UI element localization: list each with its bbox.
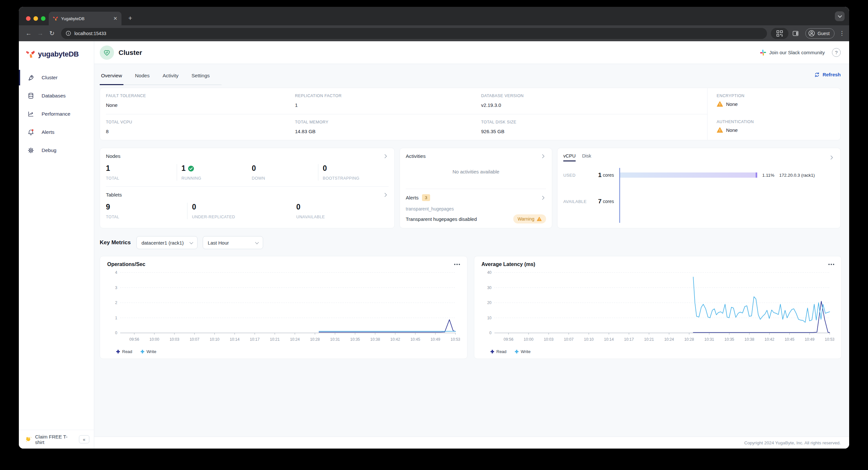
tablets-chevron-right-icon[interactable] [383, 192, 389, 198]
usage-chevron-right-icon[interactable] [829, 155, 835, 160]
sidebar-item-debug[interactable]: Debug [19, 141, 94, 159]
tab-settings[interactable]: Settings [190, 73, 211, 85]
stat-tablets-total: 9 TOTAL [106, 203, 187, 219]
maximize-window-button[interactable] [41, 16, 45, 21]
svg-text:10:49: 10:49 [805, 337, 814, 342]
used-node-address: 172.20.0.3 (rack1) [779, 173, 815, 178]
chart-legend: ReadWrite [107, 349, 460, 354]
tab-nodes[interactable]: Nodes [134, 73, 151, 85]
info-authentication: AUTHENTICATION None [708, 114, 840, 140]
stat-tablets-under-replicated: 0 UNDER-REPLICATED [187, 203, 292, 219]
info-total-disk-size: TOTAL DISK SIZE 926.35 GB [481, 114, 707, 140]
tab-vcpu[interactable]: vCPU [563, 153, 576, 161]
alert-description: Transparent hugepages disabled [406, 216, 477, 222]
svg-text:0: 0 [115, 331, 117, 335]
address-bar[interactable]: localhost:15433 [61, 28, 767, 39]
browser-tab-strip: YugabyteDB ✕ + [19, 7, 849, 25]
legend-item-write[interactable]: Write [141, 349, 156, 354]
region-select[interactable]: datacenter1 (rack1) [136, 236, 197, 249]
sidebar-collapse-button[interactable]: « [79, 435, 89, 443]
stat-nodes-running: 1 RUNNING [177, 164, 248, 181]
svg-text:10:24: 10:24 [290, 337, 300, 342]
chart-title: Operations/Sec [107, 261, 145, 267]
refresh-icon [814, 72, 820, 77]
cluster-tabs-row: Overview Nodes Activity Settings Refresh [94, 64, 849, 85]
browser-toolbar: ← → ↻ localhost:15433 [19, 25, 849, 41]
tab-disk[interactable]: Disk [582, 153, 591, 161]
tab-close-icon[interactable]: ✕ [113, 15, 118, 22]
svg-text:10:38: 10:38 [370, 337, 380, 342]
alerts-chevron-right-icon[interactable] [540, 195, 546, 201]
svg-text:10:45: 10:45 [410, 337, 420, 342]
info-fault-tolerance: FAULT TOLERANCE None [106, 88, 295, 114]
back-button[interactable]: ← [23, 28, 34, 39]
sidebar: yugabyteDB Cluster [19, 41, 94, 448]
svg-text:10:31: 10:31 [704, 337, 714, 342]
time-range-select[interactable]: Last Hour [203, 236, 263, 249]
tab-overview[interactable]: Overview [100, 73, 123, 85]
close-window-button[interactable] [26, 16, 31, 21]
bell-icon [27, 129, 34, 136]
cluster-health-badge [100, 45, 114, 60]
svg-text:10:14: 10:14 [230, 337, 240, 342]
side-panel-button[interactable] [790, 28, 801, 39]
minimize-window-button[interactable] [33, 16, 38, 21]
more-options-icon[interactable] [828, 264, 834, 265]
more-options-icon[interactable] [454, 264, 460, 265]
qr-code-button[interactable] [771, 28, 788, 39]
sidebar-item-databases[interactable]: Databases [19, 87, 94, 105]
tab-search-button[interactable] [835, 11, 845, 21]
operations-chart-plot: 0123409:5610:0010:0310:0710:1010:1410:17… [107, 267, 460, 348]
profile-button[interactable]: Guest [805, 28, 835, 39]
side-panel-icon [792, 30, 799, 37]
browser-menu-button[interactable]: ⋮ [839, 30, 845, 37]
tab-title: YugabyteDB [61, 16, 110, 21]
svg-text:4: 4 [115, 270, 117, 275]
claim-tshirt-label: Claim FREE T-shirt [35, 434, 76, 445]
slack-icon [760, 50, 766, 56]
legend-item-read[interactable]: Read [116, 349, 132, 354]
app-footer: Copyright 2024 YugaByte, Inc. All rights… [94, 437, 849, 448]
used-row-labels: USED 1 cores [563, 168, 619, 182]
svg-text:10:42: 10:42 [391, 337, 400, 342]
chart-legend: ReadWrite [482, 349, 834, 354]
nodes-chevron-right-icon[interactable] [383, 153, 389, 159]
sidebar-item-label: Alerts [41, 129, 55, 135]
svg-text:10:21: 10:21 [644, 337, 654, 342]
svg-text:09:56: 09:56 [503, 337, 513, 342]
activities-chevron-right-icon[interactable] [540, 153, 546, 159]
forward-button[interactable]: → [35, 28, 45, 39]
sidebar-item-alerts[interactable]: Alerts [19, 123, 94, 141]
new-tab-button[interactable]: + [126, 14, 134, 23]
tab-activity[interactable]: Activity [161, 73, 180, 85]
sidebar-item-performance[interactable]: Performance [19, 105, 94, 123]
legend-item-read[interactable]: Read [491, 349, 506, 354]
svg-text:10:49: 10:49 [430, 337, 440, 342]
legend-item-write[interactable]: Write [515, 349, 530, 354]
help-button[interactable]: ? [832, 48, 841, 57]
sidebar-item-cluster[interactable]: Cluster [19, 68, 94, 87]
site-info-icon[interactable] [66, 31, 71, 36]
sidebar-item-label: Databases [41, 93, 66, 99]
reload-button[interactable]: ↻ [47, 28, 57, 39]
slack-link-label: Join our Slack community [769, 50, 825, 55]
chevron-down-icon [838, 13, 842, 18]
svg-text:10:28: 10:28 [684, 337, 694, 342]
yugabytedb-logo-icon [25, 50, 35, 59]
svg-text:3: 3 [115, 285, 117, 290]
svg-text:10:17: 10:17 [624, 337, 634, 342]
key-metrics-title: Key Metrics [100, 240, 131, 246]
slack-community-link[interactable]: Join our Slack community [760, 50, 825, 56]
alert-name[interactable]: transparent_hugepages [406, 206, 546, 212]
waving-hand-icon [25, 436, 32, 443]
nodes-tablets-card: Nodes 1 TOTAL 1 [100, 148, 395, 228]
refresh-button[interactable]: Refresh [814, 72, 841, 77]
window-controls [26, 16, 45, 21]
refresh-label: Refresh [823, 72, 841, 77]
browser-tab[interactable]: YugabyteDB ✕ [49, 12, 122, 25]
claim-tshirt-banner[interactable]: Claim FREE T-shirt « [19, 430, 94, 448]
yugabyte-favicon [53, 16, 58, 21]
used-bar-row: 1.11% 172.20.0.3 (rack1) [620, 168, 835, 182]
svg-text:40: 40 [487, 270, 492, 275]
svg-text:10:21: 10:21 [270, 337, 280, 342]
